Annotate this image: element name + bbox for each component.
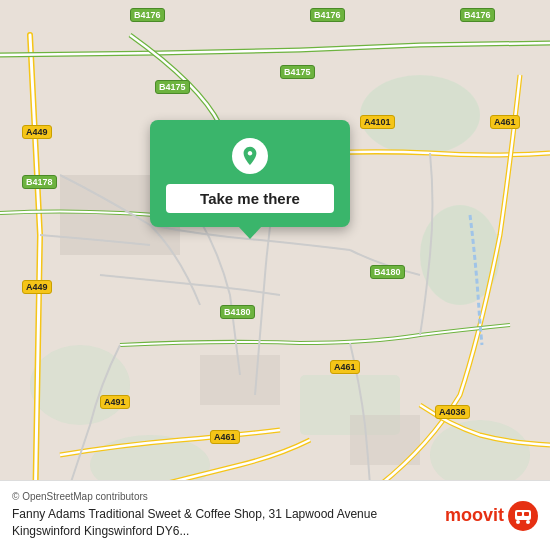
osm-attribution: © OpenStreetMap contributors xyxy=(12,491,435,502)
road-badge-b4180_right: B4180 xyxy=(370,265,405,279)
place-description: Fanny Adams Traditional Sweet & Coffee S… xyxy=(12,506,435,540)
road-badge-b4176_top_center: B4176 xyxy=(310,8,345,22)
popup-card: Take me there xyxy=(150,120,350,227)
road-badge-a449_left2: A449 xyxy=(22,280,52,294)
map-container: B4176B4176B4176B4175B4175A449B4178A4101A… xyxy=(0,0,550,550)
road-badge-a461_center: A461 xyxy=(330,360,360,374)
road-badge-a461_bottom: A461 xyxy=(210,430,240,444)
road-badge-b4178: B4178 xyxy=(22,175,57,189)
road-badge-a461_right_top: A461 xyxy=(490,115,520,129)
road-badge-a491: A491 xyxy=(100,395,130,409)
road-badge-b4175_left: B4175 xyxy=(155,80,190,94)
road-badge-a4101: A4101 xyxy=(360,115,395,129)
moovit-logo-text: moovit xyxy=(445,505,504,526)
moovit-icon xyxy=(508,501,538,531)
location-icon xyxy=(232,138,268,174)
svg-rect-11 xyxy=(517,512,522,516)
road-badge-b4175_center: B4175 xyxy=(280,65,315,79)
road-badge-b4176_top_right: B4176 xyxy=(460,8,495,22)
bottom-bar: © OpenStreetMap contributors Fanny Adams… xyxy=(0,480,550,550)
svg-point-13 xyxy=(516,520,520,524)
svg-point-14 xyxy=(526,520,530,524)
moovit-bus-icon xyxy=(513,506,533,526)
pin-icon xyxy=(239,145,261,167)
moovit-logo: moovit xyxy=(445,501,538,531)
road-badge-b4176_top_left: B4176 xyxy=(130,8,165,22)
svg-rect-12 xyxy=(524,512,529,516)
bottom-info: © OpenStreetMap contributors Fanny Adams… xyxy=(12,491,435,540)
road-badge-b4180_center: B4180 xyxy=(220,305,255,319)
take-me-there-button[interactable]: Take me there xyxy=(166,184,334,213)
roads-layer xyxy=(0,0,550,550)
svg-rect-8 xyxy=(200,355,280,405)
road-badge-a449_left: A449 xyxy=(22,125,52,139)
road-badge-a4036: A4036 xyxy=(435,405,470,419)
